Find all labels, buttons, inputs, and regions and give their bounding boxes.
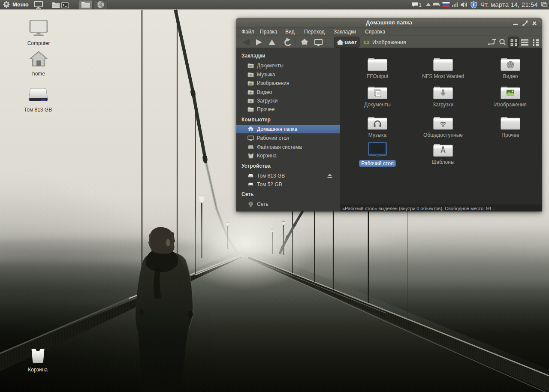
svg-text:user: user xyxy=(344,39,357,45)
svg-text:1: 1 xyxy=(419,2,422,8)
svg-text:Изображения: Изображения xyxy=(372,39,406,45)
